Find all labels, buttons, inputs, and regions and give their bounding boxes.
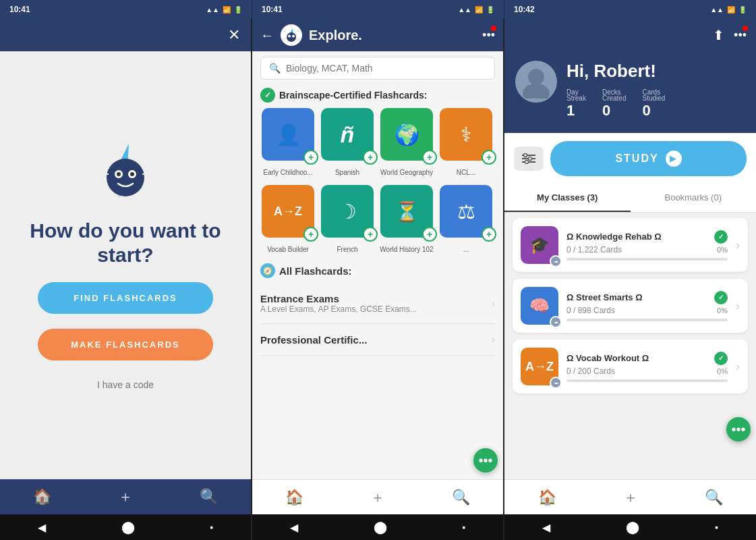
filter-button[interactable] — [514, 146, 544, 171]
entrance-exams-title: Entrance Exams — [260, 293, 417, 304]
street-smarts-icon: 🧠 — [529, 296, 550, 315]
back-sys-icon-3[interactable]: ◀ — [542, 521, 550, 534]
wifi-icon-2: ▲▲ — [458, 6, 471, 14]
signal-icon-2: 📶 — [475, 6, 483, 14]
cloud-badge-1: ☁ — [550, 255, 562, 267]
find-flashcards-button[interactable]: FIND FLASHCARDS — [38, 282, 213, 314]
svg-point-12 — [523, 84, 550, 99]
tab-bookmarks[interactable]: Bookmarks (0) — [631, 184, 757, 212]
knowledge-rehab-name: Ω Knowledge Rehab Ω — [566, 232, 662, 242]
vocab-workout-chevron: › — [736, 360, 740, 374]
home-sys-icon-2[interactable]: ⬤ — [374, 520, 387, 535]
knowledge-rehab-percent: 0% — [717, 246, 728, 254]
certified-check-icon: ✓ — [260, 88, 275, 103]
recent-sys-icon-1[interactable]: ▪ — [210, 522, 213, 533]
plus-nav-icon-1[interactable]: ＋ — [118, 487, 133, 507]
street-smarts-name: Ω Street Smarts Ω — [566, 292, 643, 302]
cards-studied-value: 0 — [642, 102, 665, 119]
plus-nav-icon-3[interactable]: ＋ — [623, 487, 638, 508]
svg-point-16 — [524, 154, 527, 157]
class-street-smarts[interactable]: 🧠 ☁ Ω Street Smarts Ω ✓ 0 / 898 Cards 0% — [513, 279, 748, 333]
card-world-history[interactable]: ⏳ + World History 102 — [379, 185, 434, 254]
signal-icon-1: 📶 — [223, 6, 231, 14]
vocab-workout-name: Ω Vocab Workout Ω — [566, 353, 649, 363]
vocab-workout-cards: 0 / 200 Cards — [566, 367, 615, 376]
battery-icon-1: 🔋 — [234, 6, 242, 14]
card-world-geography[interactable]: 🌍 + World Geography — [379, 108, 434, 177]
cloud-badge-2: ☁ — [550, 316, 562, 328]
fab-button-3[interactable]: ••• — [726, 417, 751, 441]
card-more[interactable]: ⚖ + ... — [438, 185, 494, 254]
compass-icon: 🧭 — [260, 263, 275, 278]
back-icon-2[interactable]: ← — [260, 28, 274, 43]
wifi-icon-3: ▲▲ — [710, 6, 724, 14]
card-vocab-builder[interactable]: A→Z + Vocab Builder — [260, 185, 316, 254]
street-smarts-chevron: › — [736, 299, 740, 313]
home-sys-icon-3[interactable]: ⬤ — [626, 520, 639, 535]
knowledge-rehab-check: ✓ — [714, 230, 728, 244]
status-time-3: 10:42 — [514, 5, 535, 14]
svg-point-10 — [292, 35, 295, 38]
status-time-1: 10:41 — [9, 5, 30, 14]
battery-icon-3: 🔋 — [738, 6, 747, 14]
cert-chevron: › — [492, 333, 495, 346]
entrance-chevron: › — [492, 298, 495, 310]
card-french[interactable]: ☽ + French — [320, 185, 375, 254]
close-icon[interactable]: ✕ — [228, 26, 240, 44]
explore-title: Explore. — [309, 28, 475, 43]
home-nav-icon-1[interactable]: 🏠 — [33, 488, 51, 506]
svg-point-4 — [130, 172, 134, 176]
card-label-more: ... — [463, 246, 469, 254]
vocab-workout-percent: 0% — [717, 367, 728, 375]
home-nav-icon-2[interactable]: 🏠 — [285, 489, 303, 506]
home-nav-icon-3[interactable]: 🏠 — [538, 489, 556, 506]
decks-created-value: 0 — [602, 102, 627, 119]
make-flashcards-button[interactable]: MAKE FLASHCARDS — [38, 329, 213, 360]
card-label-spanish: Spanish — [335, 169, 359, 177]
wifi-icon-1: ▲▲ — [206, 6, 219, 14]
more-options-button[interactable]: ••• — [482, 28, 495, 43]
card-spanish[interactable]: ñ + Spanish — [320, 108, 375, 177]
card-label-french: French — [337, 246, 357, 254]
svg-point-0 — [107, 159, 144, 196]
tab-my-classes[interactable]: My Classes (3) — [504, 184, 631, 212]
greeting-text: Hi, Robert! — [566, 61, 745, 82]
svg-point-17 — [529, 157, 532, 161]
fab-button[interactable]: ••• — [473, 448, 498, 473]
class-knowledge-rehab[interactable]: 🎓 ☁ Ω Knowledge Rehab Ω ✓ 0 / 1,222 Card… — [513, 218, 748, 272]
search-nav-icon-2[interactable]: 🔍 — [452, 489, 470, 506]
card-early-childhood[interactable]: 👤 + Early Childhoo... — [260, 108, 316, 177]
status-time-2: 10:41 — [262, 5, 283, 14]
back-sys-icon-2[interactable]: ◀ — [290, 521, 298, 534]
share-icon[interactable]: ⬆ — [713, 27, 724, 43]
more-options-button-3[interactable]: ••• — [734, 28, 747, 43]
search-nav-icon-1[interactable]: 🔍 — [200, 488, 218, 506]
professional-cert-item[interactable]: Professional Certific... › — [260, 324, 495, 356]
app-logo — [95, 140, 156, 204]
code-link[interactable]: I have a code — [97, 379, 154, 390]
certified-label: Brainscape-Certified Flashcards: — [279, 90, 427, 101]
signal-icon-3: 📶 — [727, 6, 735, 14]
card-label-early: Early Childhoo... — [263, 169, 312, 177]
back-sys-icon-1[interactable]: ◀ — [38, 521, 46, 534]
search-nav-icon-3[interactable]: 🔍 — [705, 489, 723, 506]
class-vocab-workout[interactable]: A→Z ☁ Ω Vocab Workout Ω ✓ 0 / 200 Cards … — [513, 340, 748, 394]
battery-icon-2: 🔋 — [486, 6, 494, 14]
entrance-exams-item[interactable]: Entrance Exams A Level Exams, AP Exams, … — [260, 284, 495, 324]
study-label: STUDY — [615, 153, 658, 165]
vocab-workout-check: ✓ — [714, 352, 728, 365]
brainscape-logo — [281, 24, 302, 46]
study-button[interactable]: STUDY ▶ — [550, 141, 747, 176]
play-icon: ▶ — [666, 151, 682, 167]
svg-point-3 — [117, 172, 121, 176]
search-icon-2: 🔍 — [269, 63, 281, 74]
search-input-2[interactable] — [286, 63, 486, 74]
plus-nav-icon-2[interactable]: ＋ — [370, 487, 385, 508]
knowledge-rehab-chevron: › — [736, 238, 740, 252]
recent-sys-icon-2[interactable]: ▪ — [462, 522, 465, 533]
card-label-geography: World Geography — [380, 169, 433, 177]
card-ncl[interactable]: ⚕ + NCL... — [438, 108, 494, 177]
svg-point-11 — [528, 69, 544, 85]
recent-sys-icon-3[interactable]: ▪ — [715, 522, 718, 533]
home-sys-icon-1[interactable]: ⬤ — [121, 520, 135, 535]
